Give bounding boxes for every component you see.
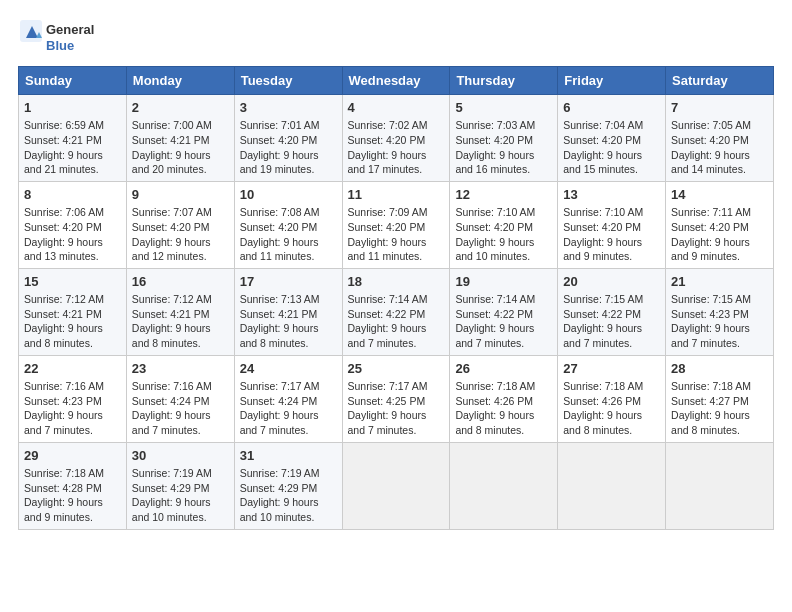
sunset-label: Sunset: 4:20 PM [24, 221, 102, 233]
calendar-cell: 2Sunrise: 7:00 AMSunset: 4:21 PMDaylight… [126, 95, 234, 182]
calendar-cell: 15Sunrise: 7:12 AMSunset: 4:21 PMDayligh… [19, 268, 127, 355]
day-number: 29 [24, 447, 121, 465]
calendar-cell [558, 442, 666, 529]
calendar-header-wednesday: Wednesday [342, 67, 450, 95]
sunrise-label: Sunrise: 7:14 AM [348, 293, 428, 305]
day-number: 11 [348, 186, 445, 204]
sunset-label: Sunset: 4:26 PM [563, 395, 641, 407]
sunrise-label: Sunrise: 7:13 AM [240, 293, 320, 305]
sunset-label: Sunset: 4:23 PM [671, 308, 749, 320]
calendar-cell: 25Sunrise: 7:17 AMSunset: 4:25 PMDayligh… [342, 355, 450, 442]
day-number: 7 [671, 99, 768, 117]
logo-svg: General Blue [18, 18, 108, 56]
calendar-cell: 7Sunrise: 7:05 AMSunset: 4:20 PMDaylight… [666, 95, 774, 182]
daylight-label: Daylight: 9 hours and 17 minutes. [348, 149, 427, 176]
page: General Blue SundayMondayTuesdayWednesda… [0, 0, 792, 542]
sunset-label: Sunset: 4:29 PM [240, 482, 318, 494]
day-number: 12 [455, 186, 552, 204]
calendar-cell: 5Sunrise: 7:03 AMSunset: 4:20 PMDaylight… [450, 95, 558, 182]
calendar-cell: 14Sunrise: 7:11 AMSunset: 4:20 PMDayligh… [666, 181, 774, 268]
calendar-cell: 16Sunrise: 7:12 AMSunset: 4:21 PMDayligh… [126, 268, 234, 355]
daylight-label: Daylight: 9 hours and 16 minutes. [455, 149, 534, 176]
calendar-cell: 6Sunrise: 7:04 AMSunset: 4:20 PMDaylight… [558, 95, 666, 182]
daylight-label: Daylight: 9 hours and 8 minutes. [455, 409, 534, 436]
daylight-label: Daylight: 9 hours and 10 minutes. [240, 496, 319, 523]
sunset-label: Sunset: 4:21 PM [132, 308, 210, 320]
calendar-cell [342, 442, 450, 529]
sunset-label: Sunset: 4:22 PM [348, 308, 426, 320]
day-number: 24 [240, 360, 337, 378]
day-number: 6 [563, 99, 660, 117]
daylight-label: Daylight: 9 hours and 8 minutes. [671, 409, 750, 436]
daylight-label: Daylight: 9 hours and 7 minutes. [563, 322, 642, 349]
daylight-label: Daylight: 9 hours and 7 minutes. [348, 322, 427, 349]
calendar-cell: 3Sunrise: 7:01 AMSunset: 4:20 PMDaylight… [234, 95, 342, 182]
daylight-label: Daylight: 9 hours and 7 minutes. [240, 409, 319, 436]
day-number: 22 [24, 360, 121, 378]
day-number: 15 [24, 273, 121, 291]
calendar-cell: 31Sunrise: 7:19 AMSunset: 4:29 PMDayligh… [234, 442, 342, 529]
day-number: 31 [240, 447, 337, 465]
calendar-header-friday: Friday [558, 67, 666, 95]
calendar-cell: 20Sunrise: 7:15 AMSunset: 4:22 PMDayligh… [558, 268, 666, 355]
logo: General Blue [18, 18, 108, 56]
day-number: 23 [132, 360, 229, 378]
sunrise-label: Sunrise: 7:15 AM [563, 293, 643, 305]
daylight-label: Daylight: 9 hours and 14 minutes. [671, 149, 750, 176]
day-number: 30 [132, 447, 229, 465]
calendar-cell: 9Sunrise: 7:07 AMSunset: 4:20 PMDaylight… [126, 181, 234, 268]
day-number: 27 [563, 360, 660, 378]
day-number: 16 [132, 273, 229, 291]
sunrise-label: Sunrise: 7:09 AM [348, 206, 428, 218]
sunset-label: Sunset: 4:20 PM [132, 221, 210, 233]
calendar-header-sunday: Sunday [19, 67, 127, 95]
sunrise-label: Sunrise: 7:12 AM [132, 293, 212, 305]
daylight-label: Daylight: 9 hours and 10 minutes. [132, 496, 211, 523]
calendar-cell: 22Sunrise: 7:16 AMSunset: 4:23 PMDayligh… [19, 355, 127, 442]
sunset-label: Sunset: 4:27 PM [671, 395, 749, 407]
calendar-cell: 18Sunrise: 7:14 AMSunset: 4:22 PMDayligh… [342, 268, 450, 355]
sunset-label: Sunset: 4:29 PM [132, 482, 210, 494]
sunset-label: Sunset: 4:20 PM [455, 134, 533, 146]
calendar-week-1: 1Sunrise: 6:59 AMSunset: 4:21 PMDaylight… [19, 95, 774, 182]
sunset-label: Sunset: 4:20 PM [671, 221, 749, 233]
daylight-label: Daylight: 9 hours and 9 minutes. [671, 236, 750, 263]
sunset-label: Sunset: 4:24 PM [240, 395, 318, 407]
calendar-cell: 23Sunrise: 7:16 AMSunset: 4:24 PMDayligh… [126, 355, 234, 442]
sunset-label: Sunset: 4:26 PM [455, 395, 533, 407]
day-number: 5 [455, 99, 552, 117]
day-number: 25 [348, 360, 445, 378]
calendar-header-row: SundayMondayTuesdayWednesdayThursdayFrid… [19, 67, 774, 95]
sunrise-label: Sunrise: 7:18 AM [24, 467, 104, 479]
calendar-cell: 24Sunrise: 7:17 AMSunset: 4:24 PMDayligh… [234, 355, 342, 442]
svg-text:General: General [46, 22, 94, 37]
daylight-label: Daylight: 9 hours and 9 minutes. [563, 236, 642, 263]
sunrise-label: Sunrise: 7:19 AM [132, 467, 212, 479]
day-number: 10 [240, 186, 337, 204]
sunset-label: Sunset: 4:20 PM [240, 134, 318, 146]
day-number: 26 [455, 360, 552, 378]
daylight-label: Daylight: 9 hours and 12 minutes. [132, 236, 211, 263]
day-number: 8 [24, 186, 121, 204]
daylight-label: Daylight: 9 hours and 9 minutes. [24, 496, 103, 523]
sunset-label: Sunset: 4:23 PM [24, 395, 102, 407]
sunrise-label: Sunrise: 7:00 AM [132, 119, 212, 131]
calendar-table: SundayMondayTuesdayWednesdayThursdayFrid… [18, 66, 774, 530]
sunrise-label: Sunrise: 7:17 AM [348, 380, 428, 392]
calendar-header-monday: Monday [126, 67, 234, 95]
sunrise-label: Sunrise: 7:18 AM [455, 380, 535, 392]
sunrise-label: Sunrise: 7:08 AM [240, 206, 320, 218]
calendar-cell: 1Sunrise: 6:59 AMSunset: 4:21 PMDaylight… [19, 95, 127, 182]
day-number: 19 [455, 273, 552, 291]
sunrise-label: Sunrise: 7:02 AM [348, 119, 428, 131]
sunrise-label: Sunrise: 7:04 AM [563, 119, 643, 131]
sunrise-label: Sunrise: 7:15 AM [671, 293, 751, 305]
calendar-cell: 17Sunrise: 7:13 AMSunset: 4:21 PMDayligh… [234, 268, 342, 355]
sunset-label: Sunset: 4:22 PM [455, 308, 533, 320]
day-number: 13 [563, 186, 660, 204]
daylight-label: Daylight: 9 hours and 7 minutes. [24, 409, 103, 436]
calendar-header-tuesday: Tuesday [234, 67, 342, 95]
calendar-week-5: 29Sunrise: 7:18 AMSunset: 4:28 PMDayligh… [19, 442, 774, 529]
calendar-cell: 13Sunrise: 7:10 AMSunset: 4:20 PMDayligh… [558, 181, 666, 268]
daylight-label: Daylight: 9 hours and 20 minutes. [132, 149, 211, 176]
